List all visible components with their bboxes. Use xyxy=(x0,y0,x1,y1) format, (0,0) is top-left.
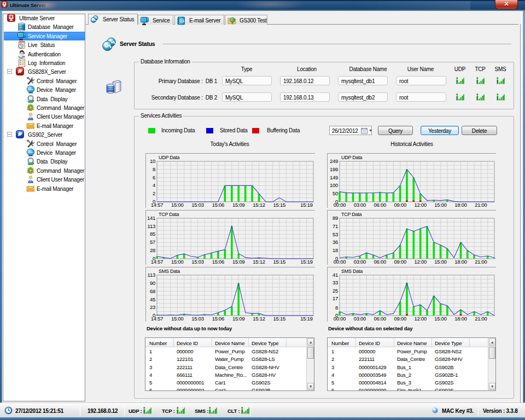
svg-text:15:06: 15:06 xyxy=(212,202,225,208)
svg-text:15:00: 15:00 xyxy=(434,202,447,208)
svg-text:68: 68 xyxy=(150,288,155,294)
svg-text:00:00: 00:00 xyxy=(334,259,346,265)
svg-text:17: 17 xyxy=(332,295,338,301)
svg-text:36: 36 xyxy=(332,239,338,245)
svg-text:03:00: 03:00 xyxy=(354,259,366,265)
svg-text:15:00: 15:00 xyxy=(171,202,184,208)
svg-text:15:00: 15:00 xyxy=(434,259,447,265)
svg-text:53: 53 xyxy=(332,231,338,237)
svg-text:UDP Data: UDP Data xyxy=(341,155,363,160)
svg-text:09:00: 09:00 xyxy=(394,202,406,208)
svg-text:06:00: 06:00 xyxy=(374,259,387,265)
svg-text:21:00: 21:00 xyxy=(475,202,487,208)
svg-text:6: 6 xyxy=(153,174,155,180)
svg-text:12:00: 12:00 xyxy=(414,316,427,322)
svg-text:06:00: 06:00 xyxy=(374,316,387,322)
svg-text:45: 45 xyxy=(150,296,155,302)
svg-text:8: 8 xyxy=(153,166,155,172)
svg-text:71: 71 xyxy=(332,223,338,229)
svg-text:12:00: 12:00 xyxy=(414,202,427,208)
svg-text:199: 199 xyxy=(330,166,338,172)
svg-text:15:00: 15:00 xyxy=(171,259,184,265)
svg-text:249: 249 xyxy=(330,158,338,164)
svg-text:18:00: 18:00 xyxy=(454,259,467,265)
svg-text:57: 57 xyxy=(150,239,155,245)
svg-text:149: 149 xyxy=(330,174,338,180)
svg-text:15:06: 15:06 xyxy=(212,259,225,265)
svg-text:15:03: 15:03 xyxy=(191,316,204,322)
svg-text:89: 89 xyxy=(332,215,338,221)
svg-text:09:00: 09:00 xyxy=(394,259,406,265)
svg-text:113: 113 xyxy=(148,223,155,229)
svg-text:33: 33 xyxy=(332,279,338,285)
svg-text:18:00: 18:00 xyxy=(454,202,467,208)
svg-text:UDP Data: UDP Data xyxy=(159,155,180,160)
svg-text:15:19: 15:19 xyxy=(300,316,313,322)
svg-text:25: 25 xyxy=(332,288,338,294)
svg-text:15:09: 15:09 xyxy=(232,259,245,265)
svg-text:15:12: 15:12 xyxy=(253,259,265,265)
svg-text:06:00: 06:00 xyxy=(374,202,387,208)
svg-text:18: 18 xyxy=(332,247,338,253)
svg-text:113: 113 xyxy=(148,272,155,278)
svg-text:09:00: 09:00 xyxy=(394,316,406,322)
svg-text:23: 23 xyxy=(150,304,155,310)
svg-text:03:00: 03:00 xyxy=(354,202,366,208)
svg-text:15:15: 15:15 xyxy=(273,259,286,265)
svg-text:85: 85 xyxy=(150,231,155,237)
svg-text:00:00: 00:00 xyxy=(334,316,346,322)
svg-text:100: 100 xyxy=(330,182,338,188)
svg-text:00:00: 00:00 xyxy=(334,202,346,208)
svg-text:15:06: 15:06 xyxy=(212,316,225,322)
svg-text:4: 4 xyxy=(153,182,155,188)
svg-text:28: 28 xyxy=(150,247,155,253)
svg-text:SMS Data: SMS Data xyxy=(159,269,180,274)
svg-text:90: 90 xyxy=(150,280,155,286)
svg-text:14:57: 14:57 xyxy=(151,202,164,208)
svg-text:15:19: 15:19 xyxy=(300,202,313,208)
svg-text:8: 8 xyxy=(335,305,338,311)
svg-text:15:12: 15:12 xyxy=(253,316,265,322)
svg-text:15:03: 15:03 xyxy=(191,259,204,265)
svg-text:15:09: 15:09 xyxy=(232,316,245,322)
svg-text:15:15: 15:15 xyxy=(273,202,286,208)
svg-text:15:12: 15:12 xyxy=(253,202,265,208)
svg-text:15:19: 15:19 xyxy=(300,259,313,265)
svg-text:15:15: 15:15 xyxy=(273,316,286,322)
svg-text:SMS Data: SMS Data xyxy=(341,269,363,274)
svg-text:41: 41 xyxy=(332,272,338,278)
svg-text:12:00: 12:00 xyxy=(414,259,427,265)
svg-text:50: 50 xyxy=(332,190,338,196)
svg-text:21:00: 21:00 xyxy=(475,316,487,322)
svg-text:15:00: 15:00 xyxy=(434,316,447,322)
svg-text:21:00: 21:00 xyxy=(475,259,487,265)
svg-text:TCP Data: TCP Data xyxy=(159,212,179,217)
svg-text:15:09: 15:09 xyxy=(232,202,245,208)
svg-text:10: 10 xyxy=(150,158,155,164)
svg-text:14:57: 14:57 xyxy=(151,316,164,322)
svg-text:15:03: 15:03 xyxy=(191,202,204,208)
svg-text:18:00: 18:00 xyxy=(454,316,467,322)
svg-text:TCP Data: TCP Data xyxy=(341,212,362,217)
svg-text:2: 2 xyxy=(153,190,155,196)
svg-text:14:57: 14:57 xyxy=(151,259,164,265)
svg-text:141: 141 xyxy=(147,215,155,221)
svg-text:15:00: 15:00 xyxy=(171,316,184,322)
svg-text:03:00: 03:00 xyxy=(354,316,366,322)
